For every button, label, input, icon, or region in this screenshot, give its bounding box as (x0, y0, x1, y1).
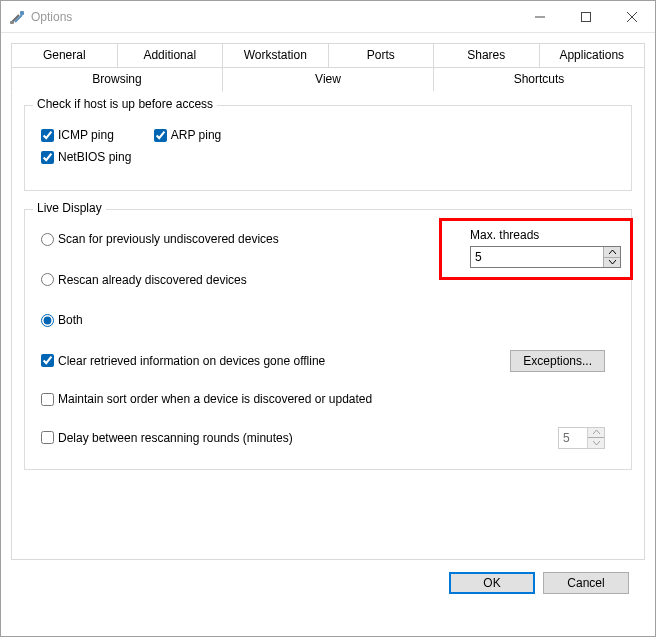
tab-general[interactable]: General (11, 43, 118, 67)
tab-row-2: Browsing View Shortcuts (11, 67, 645, 91)
ok-button[interactable]: OK (449, 572, 535, 594)
maintain-sort-field[interactable]: Maintain sort order when a device is dis… (41, 392, 372, 406)
radio-both[interactable] (41, 314, 54, 327)
netbios-ping-checkbox[interactable] (41, 151, 54, 164)
dialog-footer: OK Cancel (11, 560, 645, 594)
svg-rect-3 (20, 11, 24, 15)
radio-both-field[interactable]: Both (41, 313, 83, 327)
icmp-ping-checkbox[interactable] (41, 129, 54, 142)
max-threads-label: Max. threads (470, 228, 621, 242)
icmp-ping-field[interactable]: ICMP ping (41, 128, 114, 142)
window-title: Options (31, 10, 517, 24)
tab-additional[interactable]: Additional (117, 43, 224, 67)
netbios-ping-label: NetBIOS ping (58, 150, 131, 164)
svg-rect-2 (10, 21, 14, 24)
delay-rescan-field[interactable]: Delay between rescanning rounds (minutes… (41, 431, 293, 445)
group-live-display: Live Display Scan for previously undisco… (24, 209, 632, 470)
delay-rescan-input (559, 428, 587, 448)
tab-row-1: General Additional Workstation Ports Sha… (11, 43, 645, 67)
tab-workstation[interactable]: Workstation (222, 43, 329, 67)
max-threads-group: Max. threads (470, 228, 621, 268)
minimize-button[interactable] (517, 1, 563, 32)
radio-rescan-field[interactable]: Rescan already discovered devices (41, 273, 247, 287)
group-check-host: Check if host is up before access ICMP p… (24, 105, 632, 191)
arp-ping-label: ARP ping (171, 128, 221, 142)
radio-rescan[interactable] (41, 273, 54, 286)
max-threads-up[interactable] (604, 247, 620, 258)
tab-shortcuts[interactable]: Shortcuts (433, 67, 645, 91)
radio-scan-field[interactable]: Scan for previously undiscovered devices (41, 232, 279, 246)
tab-browsing[interactable]: Browsing (11, 67, 223, 92)
tab-view[interactable]: View (222, 67, 434, 91)
delay-rescan-down (588, 438, 604, 448)
clear-offline-label: Clear retrieved information on devices g… (58, 354, 325, 368)
titlebar: Options (1, 1, 655, 33)
max-threads-down[interactable] (604, 258, 620, 268)
max-threads-input[interactable] (471, 247, 603, 267)
clear-offline-checkbox[interactable] (41, 354, 54, 367)
close-button[interactable] (609, 1, 655, 32)
tab-applications[interactable]: Applications (539, 43, 646, 67)
group-check-legend: Check if host is up before access (33, 97, 217, 111)
tab-ports[interactable]: Ports (328, 43, 435, 67)
svg-rect-5 (582, 12, 591, 21)
icmp-ping-label: ICMP ping (58, 128, 114, 142)
group-live-legend: Live Display (33, 201, 106, 215)
delay-rescan-up (588, 428, 604, 439)
radio-scan[interactable] (41, 233, 54, 246)
arp-ping-checkbox[interactable] (154, 129, 167, 142)
delay-rescan-spinner (558, 427, 605, 449)
delay-rescan-checkbox[interactable] (41, 431, 54, 444)
maintain-sort-checkbox[interactable] (41, 393, 54, 406)
arp-ping-field[interactable]: ARP ping (154, 128, 221, 142)
tab-shares[interactable]: Shares (433, 43, 540, 67)
exceptions-button[interactable]: Exceptions... (510, 350, 605, 372)
maximize-button[interactable] (563, 1, 609, 32)
radio-rescan-label: Rescan already discovered devices (58, 273, 247, 287)
max-threads-spinner[interactable] (470, 246, 621, 268)
netbios-ping-field[interactable]: NetBIOS ping (41, 150, 131, 164)
clear-offline-field[interactable]: Clear retrieved information on devices g… (41, 354, 325, 368)
maintain-sort-label: Maintain sort order when a device is dis… (58, 392, 372, 406)
cancel-button[interactable]: Cancel (543, 572, 629, 594)
tab-content: Check if host is up before access ICMP p… (11, 90, 645, 560)
delay-rescan-label: Delay between rescanning rounds (minutes… (58, 431, 293, 445)
radio-both-label: Both (58, 313, 83, 327)
radio-scan-label: Scan for previously undiscovered devices (58, 232, 279, 246)
app-icon (9, 9, 25, 25)
